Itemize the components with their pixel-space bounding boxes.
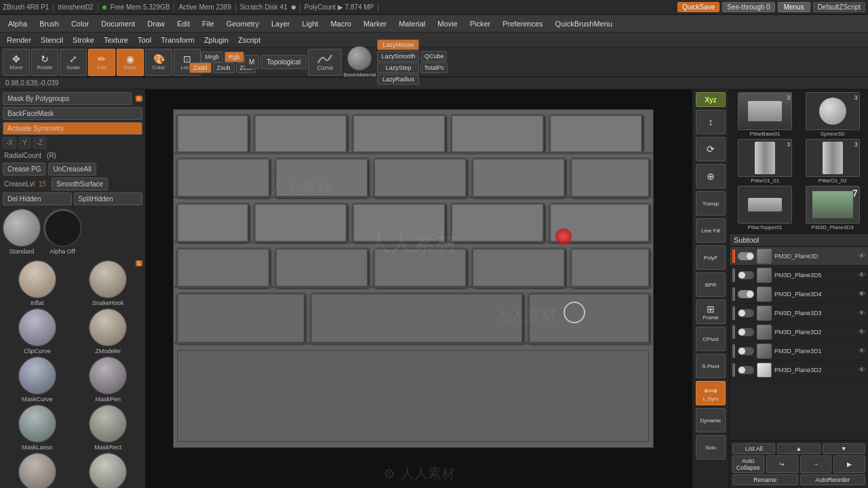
material-sphere[interactable]: [347, 46, 372, 70]
thumb-pillar01-01[interactable]: 3 PillarO1_01: [732, 139, 798, 184]
toggle-plane3d5[interactable]: [738, 271, 754, 279]
qcube-button[interactable]: QCube: [421, 51, 448, 62]
lsym-button[interactable]: ⟺ L.Sym: [696, 381, 726, 405]
inflat-brush[interactable]: Inflat: [3, 260, 72, 306]
thumb-pillarbase01[interactable]: 3 PillarBase01: [732, 92, 798, 137]
menu-picker[interactable]: Picker: [465, 18, 496, 29]
smooth-surface-button[interactable]: SmoothSurface: [52, 178, 108, 190]
lazy-step-button[interactable]: LazyStep: [377, 62, 419, 73]
menu-edit[interactable]: Edit: [172, 18, 195, 29]
color-tool-button[interactable]: 🎨 Color: [145, 49, 172, 76]
eye-plane3d1[interactable]: 👁: [859, 347, 865, 354]
toggle-plane3d[interactable]: [738, 252, 754, 260]
rename-button[interactable]: Rename: [732, 474, 798, 485]
edit-tool-button[interactable]: ✏ Edit: [88, 49, 115, 76]
brush-standard[interactable]: Standard: [3, 209, 41, 255]
auto-collapse-final[interactable]: ▶: [833, 455, 865, 473]
menu-render[interactable]: Render: [3, 35, 35, 45]
gizmo-btn-1[interactable]: ↕: [696, 110, 726, 134]
thumb-pm3d-top[interactable]: 7 PM3D_Plane3D3: [800, 186, 866, 230]
totalpc-button[interactable]: TotalPc: [420, 62, 448, 73]
brick-wall-render[interactable]: 人人素材 人人素材 人人素材: [173, 109, 653, 448]
eye-plane3d2b[interactable]: 👁: [859, 366, 865, 373]
menu-document[interactable]: Document: [96, 18, 140, 29]
draw-tool-button[interactable]: ◉ Draw: [117, 49, 144, 76]
masklasso-brush[interactable]: MaskLasso: [3, 405, 72, 451]
activate-symmetry-button[interactable]: Activate Symmetry: [3, 122, 142, 135]
mrgb-button[interactable]: Mrgb: [201, 52, 223, 62]
menu-draw[interactable]: Draw: [142, 18, 170, 29]
eye-plane3d3[interactable]: 👁: [859, 309, 865, 317]
m-button[interactable]: M: [244, 55, 259, 69]
spivot-button[interactable]: S.Pivot: [696, 354, 726, 378]
menu-zplugin[interactable]: Zplugin: [200, 35, 233, 45]
eye-plane3d2[interactable]: 👁: [859, 328, 865, 336]
menu-texture[interactable]: Texture: [100, 35, 132, 45]
menu-movie[interactable]: Movie: [432, 18, 462, 29]
auto-collapse-button[interactable]: Auto Collapse: [732, 455, 764, 473]
viewport-canvas[interactable]: 人人素材 人人素材 人人素材 ⚙ 人人素材: [146, 89, 692, 488]
thumb-sphere3d[interactable]: 3 Sphere3D: [800, 92, 866, 137]
menu-zscript[interactable]: Zscript: [234, 35, 264, 45]
subtool-pm3d-plane3d1[interactable]: PM3D_Plane3D1 👁: [730, 342, 868, 361]
menu-geometry[interactable]: Geometry: [221, 18, 264, 29]
toggle-plane3d3[interactable]: [738, 309, 754, 317]
mask-by-polygroups-button[interactable]: Mask By Polygroups: [3, 92, 132, 105]
auto-collapse-right[interactable]: →: [800, 455, 832, 473]
zsub-button[interactable]: Zsub: [213, 62, 235, 73]
menu-quickbrush[interactable]: QuickBrushMenu: [550, 18, 618, 29]
bpr-button[interactable]: BPR: [696, 272, 726, 297]
ajpolish-brush[interactable]: aj_polish: [3, 453, 72, 488]
subtool-pm3d-plane3d2b[interactable]: PM3D_Plane3D2 👁: [730, 361, 868, 380]
smooth-brush[interactable]: Smooth: [74, 453, 143, 488]
crease-pg-button[interactable]: Crease PG: [3, 163, 45, 176]
toggle-plane3d1[interactable]: [738, 347, 754, 355]
uncrease-all-button[interactable]: UnCreaseAll: [48, 163, 96, 176]
lazy-smooth-button[interactable]: LazySmooth: [377, 51, 419, 62]
menu-file[interactable]: File: [197, 18, 220, 29]
transp-button[interactable]: Transp: [696, 191, 726, 216]
thumb-pillartopper01[interactable]: PillarTopper01: [732, 186, 798, 230]
snakehook-brush[interactable]: SnakeHook 1: [74, 260, 143, 306]
menus-button[interactable]: Menus: [778, 2, 810, 12]
default-zscript-button[interactable]: DefaultZScript: [813, 2, 865, 12]
cpivot-button[interactable]: CPivot: [696, 327, 726, 351]
arrow-down-button[interactable]: ▼: [823, 443, 865, 454]
rotate-tool-button[interactable]: ↻ Rotate: [31, 49, 58, 76]
curve-button[interactable]: Curve: [308, 49, 342, 76]
quick-save-button[interactable]: QuickSave: [677, 2, 719, 12]
rgb-button[interactable]: Rgb: [224, 52, 244, 62]
auto-reorder-button[interactable]: AutoReorder: [800, 474, 866, 485]
line-fill-button[interactable]: Line Fill: [696, 218, 726, 243]
eye-plane3d5[interactable]: 👁: [859, 271, 865, 279]
list-all-button[interactable]: List All: [732, 443, 775, 454]
arrow-up-button[interactable]: ▲: [777, 443, 820, 454]
dynamic-button[interactable]: Dynamic: [696, 408, 726, 432]
polyf-button[interactable]: PolyF: [696, 245, 726, 270]
menu-stroke[interactable]: Stroke: [68, 35, 98, 45]
maskrect-brush[interactable]: MaskRect: [74, 405, 143, 451]
eye-plane3d4[interactable]: 👁: [859, 290, 865, 298]
subtool-list[interactable]: PM3D_Plane3D 👁 PM3D_Plane3D5 👁 PM3D_Plan…: [730, 247, 868, 440]
clipcurve-brush[interactable]: ClipCurve: [3, 308, 72, 354]
subtool-pm3d-plane3d4[interactable]: PM3D_Plane3D4 👁: [730, 285, 868, 304]
see-through-button[interactable]: See-through 0: [722, 2, 774, 12]
menu-brush[interactable]: Brush: [34, 18, 64, 29]
solo-button[interactable]: Solo: [696, 435, 726, 460]
zadd-button[interactable]: Zadd: [189, 62, 212, 73]
menu-tool[interactable]: Tool: [134, 35, 155, 45]
menu-layer[interactable]: Layer: [266, 18, 296, 29]
axis-z[interactable]: -Z: [33, 137, 46, 148]
menu-color[interactable]: Color: [66, 18, 94, 29]
lazy-mouse-button[interactable]: LazyMouse: [377, 39, 419, 50]
maskcurve-brush[interactable]: MaskCurve: [3, 357, 72, 403]
move-tool-button[interactable]: ✥ Move: [3, 49, 30, 76]
menu-marker[interactable]: Marker: [358, 18, 392, 29]
thumb-pillar01-02[interactable]: 3 PillarO1_02: [800, 139, 866, 184]
toggle-plane3d4[interactable]: [738, 290, 754, 298]
menu-transform[interactable]: Transform: [157, 35, 199, 45]
del-hidden-button[interactable]: Del Hidden: [3, 192, 72, 205]
brush-alpha-off[interactable]: Alpha Off: [43, 209, 81, 255]
axis-x[interactable]: -X: [3, 137, 16, 148]
viewport[interactable]: 人人素材 人人素材 人人素材 ⚙ 人人素材: [146, 89, 692, 488]
